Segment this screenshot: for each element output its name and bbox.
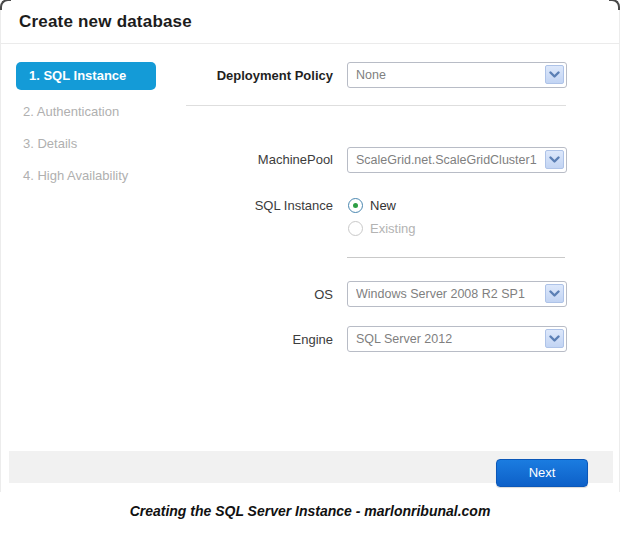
deployment-policy-label: Deployment Policy [151,68,333,83]
radio-new-label[interactable]: New [370,198,396,213]
radio-new[interactable] [348,198,363,213]
os-dropdown[interactable]: Windows Server 2008 R2 SP1 [347,281,567,307]
os-label: OS [151,287,333,302]
deployment-policy-value: None [356,63,542,87]
chevron-down-icon[interactable] [545,65,564,84]
dialog-corner-top-left [0,0,11,10]
step-authentication[interactable]: 2. Authentication [23,104,119,120]
radio-existing [348,221,363,236]
os-value: Windows Server 2008 R2 SP1 [356,282,542,306]
section-divider [186,105,566,106]
chevron-down-icon[interactable] [545,284,564,303]
section-divider [347,257,565,258]
radio-selected-dot [353,203,358,208]
engine-value: SQL Server 2012 [356,327,542,351]
deployment-policy-dropdown[interactable]: None [347,62,567,88]
machine-pool-label: MachinePool [151,152,333,167]
create-database-dialog: Create new database 1. SQL Instance 2. A… [0,0,620,492]
step-high-availability[interactable]: 4. High Availability [23,168,128,184]
engine-dropdown[interactable]: SQL Server 2012 [347,326,567,352]
chevron-down-icon[interactable] [545,329,564,348]
machine-pool-value: ScaleGrid.net.ScaleGridCluster1 [356,148,542,172]
title-divider [1,43,620,44]
step-details[interactable]: 3. Details [23,136,77,152]
dialog-corner-top-right [609,0,620,10]
next-button[interactable]: Next [496,459,588,487]
chevron-down-icon[interactable] [545,150,564,169]
engine-label: Engine [151,332,333,347]
step-sql-instance[interactable]: 1. SQL Instance [16,62,156,90]
machine-pool-dropdown[interactable]: ScaleGrid.net.ScaleGridCluster1 [347,147,567,173]
screenshot-root: Create new database 1. SQL Instance 2. A… [0,0,620,533]
dialog-title: Create new database [19,12,192,32]
radio-existing-label: Existing [370,221,416,236]
sql-instance-label: SQL Instance [151,198,333,213]
image-caption: Creating the SQL Server Instance - marlo… [0,503,620,519]
